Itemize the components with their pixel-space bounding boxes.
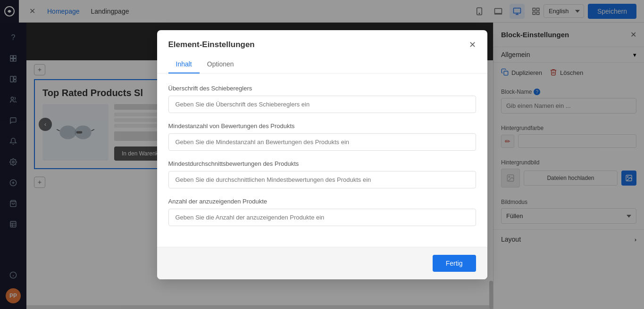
modal-field-1: Mindestanzahl von Bewertungen des Produk… bbox=[168, 122, 476, 151]
modal-field-input-1[interactable] bbox=[168, 133, 476, 151]
modal-field-input-3[interactable] bbox=[168, 209, 476, 226]
modal-field-label-0: Überschrift des Schiebereglers bbox=[168, 85, 476, 92]
modal-overlay: Element-Einstellungen ✕ Inhalt Optionen … bbox=[0, 0, 644, 309]
modal-header: Element-Einstellungen ✕ bbox=[157, 30, 487, 50]
modal-field-label-3: Anzahl der anzuzeigenden Produkte bbox=[168, 198, 476, 205]
modal-field-input-0[interactable] bbox=[168, 96, 476, 113]
modal-body: Überschrift des SchiebereglersMindestanz… bbox=[157, 73, 487, 247]
modal: Element-Einstellungen ✕ Inhalt Optionen … bbox=[157, 30, 487, 279]
tab-inhalt[interactable]: Inhalt bbox=[168, 56, 200, 73]
modal-tabs: Inhalt Optionen bbox=[157, 56, 487, 73]
modal-field-input-2[interactable] bbox=[168, 171, 476, 188]
modal-field-2: Mindestdurchschnittsbewertungen des Prod… bbox=[168, 160, 476, 188]
modal-field-label-2: Mindestdurchschnittsbewertungen des Prod… bbox=[168, 160, 476, 167]
modal-field-label-1: Mindestanzahl von Bewertungen des Produk… bbox=[168, 122, 476, 130]
fertig-button[interactable]: Fertig bbox=[433, 255, 476, 272]
modal-title: Element-Einstellungen bbox=[168, 40, 255, 49]
modal-field-0: Überschrift des Schiebereglers bbox=[168, 85, 476, 113]
modal-footer: Fertig bbox=[157, 247, 487, 279]
modal-field-3: Anzahl der anzuzeigenden Produkte bbox=[168, 198, 476, 226]
tab-optionen[interactable]: Optionen bbox=[200, 56, 242, 73]
modal-close-button[interactable]: ✕ bbox=[469, 40, 476, 50]
